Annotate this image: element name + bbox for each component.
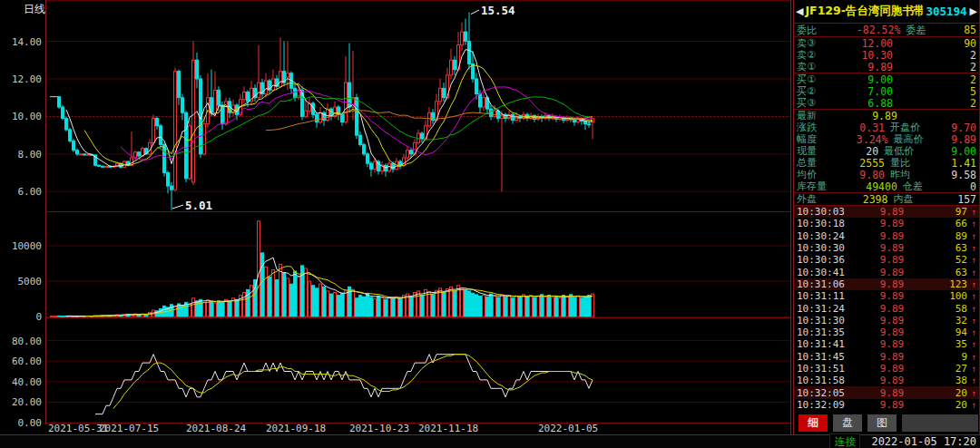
tick-price: 9.89 xyxy=(853,315,931,326)
chart-text: 14.00 xyxy=(12,36,42,48)
weibi-row: 委比 -82.52% 委差 85 xyxy=(794,24,979,37)
tick-volume: 52 xyxy=(931,254,967,266)
chart-text: 5.01 xyxy=(185,199,212,212)
ask-price: 9.89 xyxy=(828,61,929,73)
info-value: 0.31 xyxy=(838,122,890,134)
info-label: 仓差 xyxy=(903,180,943,193)
up-arrow-icon: ↑ xyxy=(967,400,976,410)
tick-volume: 27 xyxy=(931,363,967,375)
up-arrow-icon: ↑ xyxy=(967,388,976,398)
panel-tab-row: 细盘图 xyxy=(793,413,980,433)
tick-price: 9.89 xyxy=(853,254,931,266)
tick-time: 10:32:09 xyxy=(797,399,853,411)
tick-row: 10:31:249.8958↑ xyxy=(794,302,979,314)
ask-label: 卖① xyxy=(797,60,828,73)
bid-row: 买③6.882 xyxy=(794,97,979,109)
tick-price: 9.89 xyxy=(853,218,931,229)
tick-time: 10:31:24 xyxy=(797,303,853,315)
chart-text: 2022-01-05 xyxy=(538,423,598,434)
tab-chart[interactable]: 图 xyxy=(867,414,897,432)
up-arrow-icon: ↑ xyxy=(967,231,976,241)
info-value: 9.70 xyxy=(930,122,976,134)
info-value: 2555 xyxy=(838,157,890,170)
tick-price: 9.89 xyxy=(853,326,931,338)
tick-time: 10:31:58 xyxy=(797,375,853,386)
tick-row: 10:31:119.89100↑ xyxy=(794,290,979,302)
info-value: 9.80 xyxy=(838,169,890,181)
tick-volume: 63 xyxy=(931,267,967,278)
tick-row: 10:31:069.89123↑ xyxy=(794,278,979,290)
tick-price: 9.89 xyxy=(853,375,931,386)
info-value: 9.00 xyxy=(924,145,976,158)
chart-text: 0 xyxy=(35,311,42,323)
quote-info-row: 库存量49400仓差0 xyxy=(794,180,979,192)
ask-price: 12.00 xyxy=(828,37,929,50)
tick-volume: 35 xyxy=(931,338,967,350)
tick-row: 10:30:369.8952↑ xyxy=(794,254,979,266)
up-arrow-icon: ↑ xyxy=(967,352,976,362)
tick-price: 9.89 xyxy=(853,290,931,302)
tick-row: 10:32:099.8920↑ xyxy=(794,399,979,411)
chart-text: 40.00 xyxy=(12,376,42,388)
connection-status: 连接 xyxy=(829,433,860,448)
tick-price: 9.89 xyxy=(853,387,931,399)
kline-svg[interactable]: 14.0012.0010.008.006.00100005000080.0060… xyxy=(0,0,793,434)
info-value: 157 xyxy=(933,193,976,206)
tick-row: 10:31:309.8932↑ xyxy=(794,315,979,326)
up-arrow-icon: ↑ xyxy=(967,339,976,349)
tick-price: 9.89 xyxy=(853,206,931,218)
tab-pankou[interactable]: 盘 xyxy=(833,414,862,432)
weicha-label: 委差 xyxy=(906,24,946,37)
tick-row: 10:31:359.8994↑ xyxy=(794,326,979,338)
bid-price: 6.88 xyxy=(828,97,929,110)
stock-code: 305194 xyxy=(923,5,969,18)
chart-text: 12.00 xyxy=(12,73,42,85)
period-label: 日线 xyxy=(24,2,45,17)
bid-price: 7.00 xyxy=(828,85,929,98)
prev-stock-arrow-icon[interactable]: ◀ xyxy=(796,5,803,17)
trading-terminal: 日线 14.0012.0010.008.006.00100005000080.0… xyxy=(0,0,980,448)
chart-text: 2021-10-23 xyxy=(349,423,409,434)
tick-time: 10:30:30 xyxy=(797,242,853,254)
up-arrow-icon: ↑ xyxy=(967,279,976,289)
chart-text: 2021-07-15 xyxy=(99,423,159,434)
tick-time: 10:30:36 xyxy=(797,254,853,266)
bid-qty: 2 xyxy=(929,97,976,110)
chart-text: 2021-11-18 xyxy=(418,423,478,434)
tab-strip xyxy=(902,414,978,432)
ask-qty: 2 xyxy=(929,61,976,73)
chart-text: 80.00 xyxy=(12,336,42,347)
chart-text: 2021-09-18 xyxy=(266,423,326,434)
tick-time: 10:31:35 xyxy=(797,326,853,338)
tick-row: 10:30:419.8963↑ xyxy=(794,266,979,278)
bid-qty: 2 xyxy=(929,73,976,86)
tick-volume: 63 xyxy=(931,242,967,254)
tick-row: 10:30:039.8997↑ xyxy=(794,206,979,218)
tick-volume: 97 xyxy=(931,206,967,218)
up-arrow-icon: ↑ xyxy=(967,243,976,253)
ask-row: 卖①9.892 xyxy=(794,61,979,73)
tick-list[interactable]: 10:30:039.8997↑10:30:189.8966↑10:30:249.… xyxy=(794,205,979,412)
tick-time: 10:32:05 xyxy=(797,387,853,399)
ask-qty: 90 xyxy=(929,37,976,50)
tick-time: 10:31:41 xyxy=(797,338,853,350)
weibi-value: -82.52% xyxy=(838,24,906,36)
order-book: 卖③12.0090卖②10.302卖①9.892买①9.002买②7.005买③… xyxy=(794,37,979,110)
tick-time: 10:30:18 xyxy=(797,218,853,229)
tick-price: 9.89 xyxy=(853,399,931,411)
bid-label: 买③ xyxy=(797,96,828,110)
kline-chart-area[interactable]: 14.0012.0010.008.006.00100005000080.0060… xyxy=(0,0,793,434)
quote-info-grid: 最新9.89涨跌0.31开盘价9.70幅度3.24%最高价9.89现量20最低价… xyxy=(794,110,979,205)
tick-price: 9.89 xyxy=(853,267,931,278)
tick-time: 10:31:30 xyxy=(797,315,853,326)
tick-price: 9.89 xyxy=(853,338,931,350)
chart-text: 0.00 xyxy=(18,417,43,429)
info-value: 49400 xyxy=(838,180,903,193)
next-stock-arrow-icon[interactable]: ▶ xyxy=(970,5,977,17)
info-value: 9.89 xyxy=(933,133,976,146)
tab-detail[interactable]: 细 xyxy=(799,414,828,432)
ask-price: 10.30 xyxy=(828,49,929,62)
up-arrow-icon: ↑ xyxy=(967,316,976,326)
up-arrow-icon: ↑ xyxy=(967,268,976,278)
tick-time: 10:30:03 xyxy=(797,206,853,218)
